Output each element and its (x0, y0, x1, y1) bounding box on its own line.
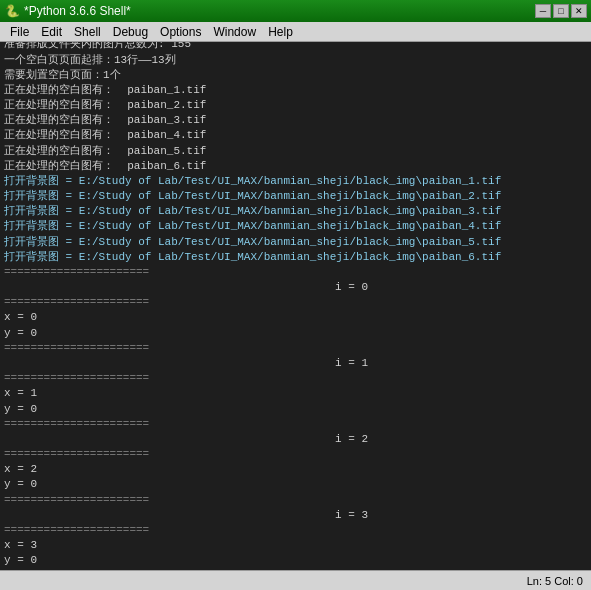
status-text: Ln: 5 Col: 0 (527, 575, 583, 587)
app-icon: 🐍 (4, 3, 20, 19)
output-line: 正在处理的空白图有： paiban_5.tif (4, 144, 587, 159)
output-line: ====================== (4, 295, 587, 310)
output-line: 打开背景图 = E:/Study of Lab/Test/UI_MAX/banm… (4, 204, 587, 219)
output-line: 打开背景图 = E:/Study of Lab/Test/UI_MAX/banm… (4, 189, 587, 204)
output-line: y = 0 (4, 553, 587, 568)
status-bar: Ln: 5 Col: 0 (0, 570, 591, 590)
output-line: ====================== (4, 341, 587, 356)
output-line: i = 1 (4, 356, 587, 371)
output-line: i = 0 (4, 280, 587, 295)
output-line: 正在处理的空白图有： paiban_2.tif (4, 98, 587, 113)
menu-edit[interactable]: Edit (35, 23, 68, 41)
output-line: ====================== (4, 265, 587, 280)
output-line: 正在处理的空白图有： paiban_3.tif (4, 113, 587, 128)
output-line: ====================== (4, 523, 587, 538)
close-button[interactable]: ✕ (571, 4, 587, 18)
output-line: 打开背景图 = E:/Study of Lab/Test/UI_MAX/banm… (4, 250, 587, 265)
maximize-button[interactable]: □ (553, 4, 569, 18)
menu-bar: File Edit Shell Debug Options Window Hel… (0, 22, 591, 42)
output-line: ====================== (4, 417, 587, 432)
minimize-button[interactable]: ─ (535, 4, 551, 18)
title-bar: 🐍 *Python 3.6.6 Shell* ─ □ ✕ (0, 0, 591, 22)
output-line: y = 0 (4, 326, 587, 341)
menu-debug[interactable]: Debug (107, 23, 154, 41)
menu-options[interactable]: Options (154, 23, 207, 41)
output-line: 打开背景图 = E:/Study of Lab/Test/UI_MAX/banm… (4, 174, 587, 189)
output-line: ====================== (4, 371, 587, 386)
output-line: ====================== (4, 493, 587, 508)
menu-file[interactable]: File (4, 23, 35, 41)
output-line: y = 0 (4, 402, 587, 417)
output-line: 需要划置空白页面：1个 (4, 68, 587, 83)
output-line: x = 1 (4, 386, 587, 401)
menu-shell[interactable]: Shell (68, 23, 107, 41)
output-line: 准备排版文件夹内的图片总数为: 155 (4, 42, 587, 53)
output-line: y = 0 (4, 477, 587, 492)
output-line: ====================== (4, 447, 587, 462)
output-line: 正在处理的空白图有： paiban_4.tif (4, 128, 587, 143)
output-line: x = 0 (4, 310, 587, 325)
output-line: 正在处理的空白图有： paiban_1.tif (4, 83, 587, 98)
output-line: 正在处理的空白图有： paiban_6.tif (4, 159, 587, 174)
window-controls: ─ □ ✕ (535, 4, 587, 18)
output-line: x = 3 (4, 538, 587, 553)
output-line: x = 2 (4, 462, 587, 477)
menu-window[interactable]: Window (207, 23, 262, 41)
title-text: *Python 3.6.6 Shell* (24, 4, 535, 18)
output-line: i = 3 (4, 508, 587, 523)
output-line: 打开背景图 = E:/Study of Lab/Test/UI_MAX/banm… (4, 235, 587, 250)
shell-output[interactable]: 959x639 at 0x15B35DA0>, <PIL.TiffImagePl… (0, 42, 591, 570)
output-line: 一个空白页页面起排：13行——13列 (4, 53, 587, 68)
output-line: i = 2 (4, 432, 587, 447)
output-line: 打开背景图 = E:/Study of Lab/Test/UI_MAX/banm… (4, 219, 587, 234)
menu-help[interactable]: Help (262, 23, 299, 41)
